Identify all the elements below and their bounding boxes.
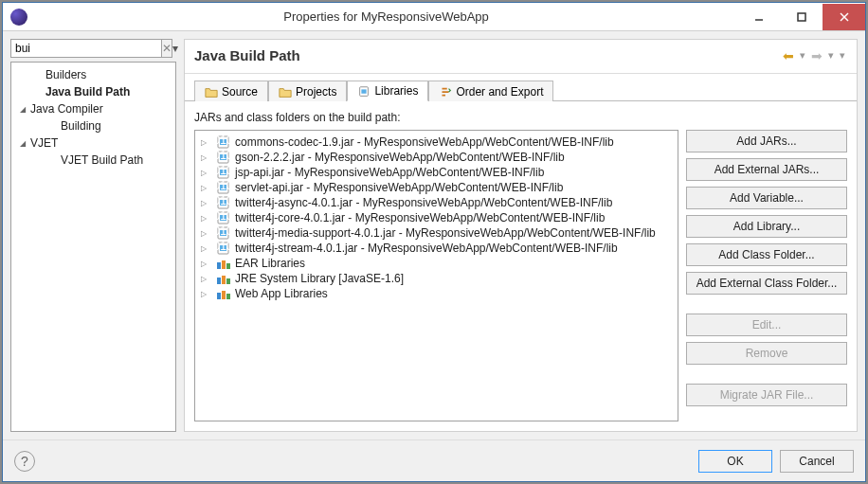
left-pane: ✕ ▾ BuildersJava Build Path◢Java Compile… <box>10 39 176 432</box>
nav-item-builders[interactable]: Builders <box>11 66 175 83</box>
filter-menu-button[interactable]: ▾ <box>172 39 178 58</box>
nav-item-vjet[interactable]: ◢VJET <box>11 134 175 152</box>
twisty-icon <box>47 154 59 166</box>
migrate-jar-button[interactable]: Migrate JAR File... <box>686 384 847 406</box>
footer-buttons: OK Cancel <box>698 450 854 473</box>
nav-item-java-build-path[interactable]: Java Build Path <box>11 83 175 100</box>
tab-order-and-export[interactable]: Order and Export <box>428 81 553 101</box>
add-jars-button[interactable]: Add JARs... <box>686 130 847 152</box>
library-item[interactable]: ▷010commons-codec-1.9.jar - MyResponsive… <box>199 134 674 150</box>
nav-item-label: Building <box>61 119 101 133</box>
tab-label: Source <box>222 85 258 99</box>
clear-filter-button[interactable]: ✕ <box>162 39 172 58</box>
forward-menu-icon[interactable]: ▾ <box>826 49 836 62</box>
add-class-folder-button[interactable]: Add Class Folder... <box>686 243 847 266</box>
nav-item-label: VJET Build Path <box>61 153 143 167</box>
library-item-label: jsp-api.jar - MyResponsiveWebApp/WebCont… <box>235 166 544 179</box>
tab-label: Projects <box>296 85 336 99</box>
svg-rect-35 <box>226 278 230 284</box>
twisty-icon: ▷ <box>201 290 212 298</box>
svg-rect-31 <box>222 260 226 269</box>
back-icon[interactable]: ⬅ <box>781 48 796 63</box>
library-item[interactable]: ▷010twitter4j-async-4.0.1.jar - MyRespon… <box>199 195 674 210</box>
library-item[interactable]: ▷010twitter4j-media-support-4.0.1.jar - … <box>199 225 674 241</box>
jar-icon: 010 <box>216 242 231 255</box>
twisty-icon: ▷ <box>201 184 212 192</box>
library-set-icon <box>216 257 231 270</box>
twisty-icon: ▷ <box>201 275 212 283</box>
jar-icon: 010 <box>216 166 231 179</box>
nav-item-building[interactable]: Building <box>11 117 175 134</box>
library-item-label: servlet-api.jar - MyResponsiveWebApp/Web… <box>235 181 563 194</box>
folder-icon <box>279 86 292 98</box>
cancel-button[interactable]: Cancel <box>780 450 854 473</box>
svg-rect-37 <box>222 291 226 299</box>
library-item[interactable]: ▷010jsp-api.jar - MyResponsiveWebApp/Web… <box>199 165 674 180</box>
library-set-icon <box>216 287 231 300</box>
forward-icon[interactable]: ➡ <box>809 48 824 63</box>
edit-button[interactable]: Edit... <box>686 314 847 336</box>
library-item[interactable]: ▷JRE System Library [JavaSE-1.6] <box>199 271 674 286</box>
add-library-button[interactable]: Add Library... <box>686 215 847 238</box>
libraries-section: JARs and class folders on the build path… <box>185 101 857 431</box>
nav-tree[interactable]: BuildersJava Build Path◢Java CompilerBui… <box>10 62 176 432</box>
libraries-list[interactable]: ▷010commons-codec-1.9.jar - MyResponsive… <box>194 130 678 421</box>
nav-item-label: Java Build Path <box>45 85 130 99</box>
filter-input[interactable] <box>10 39 162 58</box>
tab-projects[interactable]: Projects <box>268 81 347 101</box>
library-item[interactable]: ▷EAR Libraries <box>199 256 674 271</box>
page-header: Java Build Path ⬅▾ ➡▾ ▾ <box>185 40 857 74</box>
library-item-label: gson-2.2.2.jar - MyResponsiveWebApp/WebC… <box>235 151 565 164</box>
library-item[interactable]: ▷010gson-2.2.2.jar - MyResponsiveWebApp/… <box>199 150 674 165</box>
library-item-label: twitter4j-media-support-4.0.1.jar - MyRe… <box>235 226 656 240</box>
library-item-label: commons-codec-1.9.jar - MyResponsiveWebA… <box>235 135 614 149</box>
library-item[interactable]: ▷010twitter4j-core-4.0.1.jar - MyRespons… <box>199 210 674 225</box>
svg-rect-36 <box>217 293 221 299</box>
twisty-icon <box>32 86 44 98</box>
library-item[interactable]: ▷Web App Libraries <box>199 286 674 301</box>
close-button[interactable] <box>823 4 865 30</box>
maximize-button[interactable] <box>780 4 823 30</box>
nav-item-label: Java Compiler <box>30 102 103 116</box>
jar-icon: 010 <box>216 135 231 149</box>
back-menu-icon[interactable]: ▾ <box>798 49 807 62</box>
svg-rect-1 <box>798 13 805 21</box>
help-icon[interactable]: ? <box>14 451 35 472</box>
folder-icon <box>205 86 218 98</box>
svg-rect-32 <box>226 263 230 269</box>
page-title: Java Build Path <box>194 47 781 63</box>
library-item-label: Web App Libraries <box>235 287 328 300</box>
ok-button[interactable]: OK <box>698 450 772 473</box>
library-item-label: twitter4j-stream-4.0.1.jar - MyResponsiv… <box>235 242 618 255</box>
remove-button[interactable]: Remove <box>686 342 847 365</box>
tabs-row: SourceProjectsLibrariesOrder and Export <box>185 74 857 101</box>
library-item[interactable]: ▷010servlet-api.jar - MyResponsiveWebApp… <box>199 180 674 195</box>
nav-item-java-compiler[interactable]: ◢Java Compiler <box>11 100 175 117</box>
twisty-icon: ▷ <box>201 138 212 147</box>
jar-icon: 010 <box>216 151 231 164</box>
twisty-icon <box>47 120 59 132</box>
add-external-class-folder-button[interactable]: Add External Class Folder... <box>686 272 847 295</box>
titlebar: Properties for MyResponsiveWebApp <box>3 3 865 31</box>
svg-text:010: 010 <box>216 196 231 207</box>
minimize-button[interactable] <box>737 4 780 30</box>
twisty-icon: ▷ <box>201 199 212 207</box>
nav-item-vjet-build-path[interactable]: VJET Build Path <box>11 152 175 169</box>
tab-label: Order and Export <box>456 85 543 99</box>
order-icon <box>439 86 452 98</box>
tab-libraries[interactable]: Libraries <box>347 81 428 101</box>
library-item-label: twitter4j-core-4.0.1.jar - MyResponsiveW… <box>235 211 605 224</box>
twisty-icon: ▷ <box>201 229 212 238</box>
libraries-label: JARs and class folders on the build path… <box>194 107 678 130</box>
tab-source[interactable]: Source <box>194 81 268 101</box>
twisty-icon: ▷ <box>201 244 212 253</box>
add-variable-button[interactable]: Add Variable... <box>686 187 847 209</box>
jar-icon: 010 <box>216 211 231 224</box>
twisty-icon <box>32 69 44 81</box>
add-external-jars-button[interactable]: Add External JARs... <box>686 158 847 181</box>
tab-label: Libraries <box>374 84 418 98</box>
nav-item-label: VJET <box>30 136 58 150</box>
library-item[interactable]: ▷010twitter4j-stream-4.0.1.jar - MyRespo… <box>199 241 674 256</box>
view-menu-icon[interactable]: ▾ <box>838 49 847 62</box>
footer: ? OK Cancel <box>3 439 865 481</box>
